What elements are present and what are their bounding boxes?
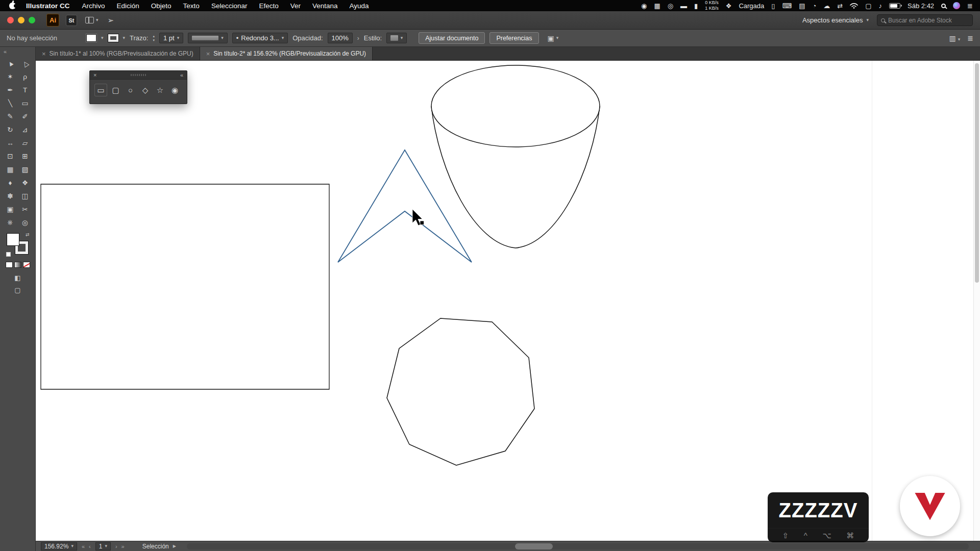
menu-ventana[interactable]: Ventana — [312, 2, 338, 10]
vertical-scrollbar[interactable] — [973, 61, 980, 541]
document-canvas[interactable] — [36, 61, 980, 541]
pencil-tool[interactable]: ✐ — [18, 110, 33, 123]
fill-color-swatch[interactable] — [86, 34, 96, 42]
eyedropper-tool[interactable]: ♦ — [3, 176, 18, 189]
close-panel-icon[interactable]: × — [93, 72, 96, 78]
menu-ver[interactable]: Ver — [290, 2, 301, 10]
width-tool[interactable]: ↔ — [3, 136, 18, 149]
shape-tools-panel[interactable]: × « ▭ ▢ ○ ◇ ☆ ◉ — [89, 70, 187, 104]
battery-icon[interactable] — [889, 3, 900, 9]
none-button[interactable] — [23, 262, 30, 268]
mesh-tool[interactable]: ▦ — [3, 163, 18, 176]
perspective-grid-tool[interactable]: ⊞ — [18, 149, 33, 163]
columns-options-icon[interactable]: ▥ ▾ — [949, 34, 961, 42]
zoom-level-dropdown[interactable]: 156.92% ▾ — [41, 542, 77, 550]
slice-tool[interactable]: ✂ — [18, 203, 33, 216]
pen-tool[interactable]: ✒ — [3, 83, 18, 96]
gradient-button[interactable] — [14, 262, 21, 268]
siri-icon[interactable] — [953, 2, 960, 9]
display-icon[interactable]: ▬ — [680, 3, 687, 9]
first-artboard-icon[interactable]: « — [82, 543, 85, 549]
control-center-icon[interactable]: ≣ — [967, 3, 973, 9]
horizontal-scrollbar[interactable] — [187, 543, 969, 549]
collapse-panel-icon[interactable]: « — [180, 72, 183, 78]
network-speed-indicator[interactable]: 0 KB/s1 KB/s — [705, 0, 719, 11]
next-artboard-icon[interactable]: › — [115, 543, 117, 549]
previous-artboard-icon[interactable]: ‹ — [89, 543, 91, 549]
panel-drag-grip[interactable] — [131, 74, 146, 76]
polygon-shape-icon[interactable]: ◇ — [139, 84, 151, 96]
close-tab-icon[interactable]: × — [206, 50, 210, 58]
menu-edicion[interactable]: Edición — [117, 2, 139, 10]
apple-menu-icon[interactable] — [9, 3, 16, 9]
dropbox-icon[interactable]: ❖ — [726, 3, 732, 9]
workspace-switcher[interactable]: Aspectos esenciales ▾ — [802, 16, 869, 24]
sidecar-icon[interactable]: ▢ — [865, 3, 871, 9]
adobe-stock-search[interactable] — [877, 14, 973, 26]
drawn-arrow-shape[interactable] — [338, 150, 472, 262]
menu-efecto[interactable]: Efecto — [259, 2, 278, 10]
color-button[interactable] — [6, 262, 13, 268]
width-profile-dropdown[interactable]: ▾ — [188, 33, 228, 43]
vertical-scrollbar-thumb[interactable] — [975, 63, 979, 283]
sync-icon[interactable]: ⇄ — [837, 3, 843, 9]
fill-dropdown-icon[interactable]: ▾ — [101, 36, 104, 40]
magic-wand-tool[interactable]: ✶ — [3, 70, 18, 83]
fill-indicator[interactable] — [7, 233, 19, 246]
paintbrush-tool[interactable]: ✎ — [3, 110, 18, 123]
recorder-logo-bubble[interactable] — [900, 476, 960, 536]
keypad-icon[interactable]: ▦ — [654, 3, 660, 9]
blend-tool[interactable]: ❖ — [18, 176, 33, 189]
line-segment-tool[interactable]: ╲ — [3, 96, 18, 110]
artboard-number-dropdown[interactable]: 1 ▾ — [95, 542, 111, 550]
status-display[interactable]: Selección ▶ — [142, 543, 176, 550]
free-transform-tool[interactable]: ▱ — [18, 136, 33, 149]
brush-definition-dropdown[interactable]: • Redondo 3... ▾ — [232, 33, 288, 43]
close-tab-icon[interactable]: × — [42, 50, 46, 58]
menu-archivo[interactable]: Archivo — [82, 2, 105, 10]
lasso-tool[interactable]: ρ — [18, 70, 33, 83]
type-tool[interactable]: T — [18, 83, 33, 96]
wifi-icon[interactable] — [850, 3, 858, 9]
default-fill-stroke-icon[interactable] — [6, 252, 11, 257]
cloud-icon[interactable]: ☁ — [823, 3, 830, 9]
keyboard-icon[interactable]: ⌨ — [782, 3, 792, 9]
zoom-tool[interactable]: ◎ — [18, 216, 33, 229]
drawn-nonagon[interactable] — [387, 318, 534, 465]
gradient-tool[interactable]: ▨ — [18, 163, 33, 176]
stroke-weight-stepper[interactable]: ▴ ▾ — [153, 34, 155, 42]
tab-document-1[interactable]: × Sin título-1* al 100% (RGB/Previsualiz… — [36, 47, 200, 60]
hand-tool[interactable]: ⎈ — [3, 216, 18, 229]
close-window-button[interactable] — [7, 17, 14, 23]
box-icon[interactable]: ▯ — [771, 3, 775, 9]
upload-status[interactable]: Cargada — [739, 2, 764, 10]
fit-document-button[interactable]: Ajustar documento — [419, 32, 485, 44]
adobe-stock-icon[interactable]: St — [66, 15, 77, 26]
menubar-clock[interactable]: Sáb 2:42 — [908, 2, 934, 10]
shape-builder-tool[interactable]: ⊡ — [3, 149, 18, 163]
rounded-rectangle-shape-icon[interactable]: ▢ — [110, 84, 121, 96]
stroke-color-swatch[interactable] — [108, 34, 118, 42]
drawn-rectangle[interactable] — [41, 184, 329, 389]
camera-app-icon[interactable]: ◔ — [812, 3, 816, 9]
status-menu-icon[interactable]: ▶ — [173, 544, 176, 548]
artboard-tool[interactable]: ▣ — [3, 203, 18, 216]
rectangle-shape-icon[interactable]: ▭ — [95, 84, 107, 96]
rotate-tool[interactable]: ↻ — [3, 123, 18, 136]
focus-icon[interactable]: ◎ — [668, 3, 673, 9]
column-graph-tool[interactable]: ◫ — [18, 189, 33, 203]
opacity-field[interactable]: 100% — [328, 33, 353, 43]
flare-shape-icon[interactable]: ◉ — [169, 84, 181, 96]
ellipse-shape-icon[interactable]: ○ — [125, 84, 136, 96]
rectangle-tool[interactable]: ▭ — [18, 96, 33, 110]
preferences-button[interactable]: Preferencias — [489, 32, 538, 44]
panel-menu-icon[interactable]: ≣ — [967, 34, 973, 42]
screen-mode-icon[interactable]: ▢ — [14, 286, 20, 294]
drawing-mode-icon[interactable]: ◧ — [14, 274, 20, 282]
shape-panel-header[interactable]: × « — [90, 71, 187, 80]
last-artboard-icon[interactable]: » — [121, 543, 125, 549]
cone-rim-ellipse[interactable] — [431, 65, 600, 147]
menu-objeto[interactable]: Objeto — [151, 2, 172, 10]
scale-tool[interactable]: ⊿ — [18, 123, 33, 136]
menu-seleccionar[interactable]: Seleccionar — [211, 2, 248, 10]
